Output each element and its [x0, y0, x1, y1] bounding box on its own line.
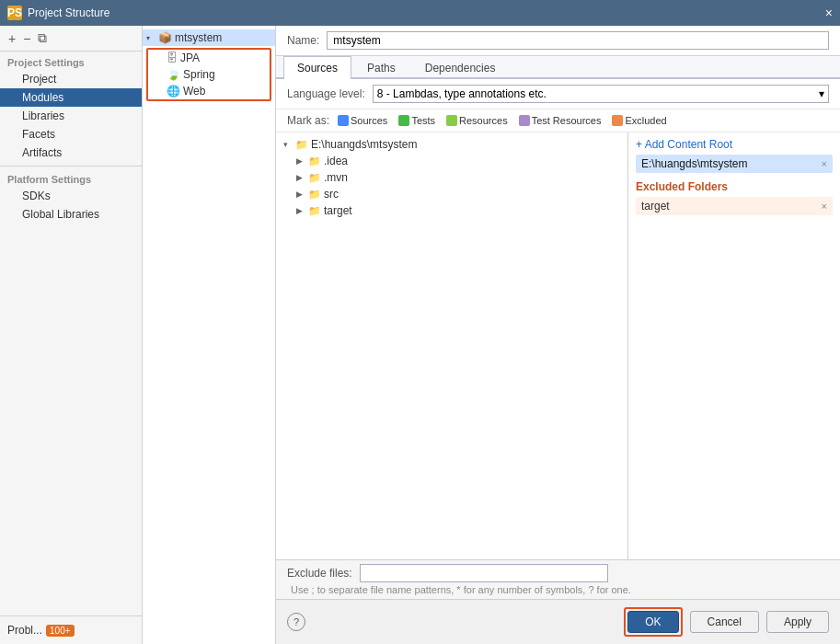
module-tree-root[interactable]: ▾ 📦 mtsystem	[143, 29, 275, 46]
tree-arrow-icon: ▾	[146, 34, 155, 42]
content-path-item: E:\huangds\mtsystem ×	[636, 155, 833, 173]
hint-text: Use ; to separate file name patterns, * …	[287, 584, 829, 595]
folder-icon: 📁	[295, 139, 308, 151]
copy-button[interactable]: ⧉	[35, 29, 50, 47]
add-content-root-btn[interactable]: + Add Content Root	[636, 138, 833, 151]
content-split: ▾ 📁 E:\huangds\mtsystem ▶ 📁 .idea ▶ 📁 .m…	[276, 132, 840, 559]
excluded-target-label: target	[641, 200, 670, 213]
add-button[interactable]: +	[6, 30, 18, 47]
src-label: src	[324, 188, 339, 201]
excluded-target-close[interactable]: ×	[822, 201, 827, 212]
jpa-icon: 🗄	[167, 52, 178, 64]
project-settings-label: Project Settings	[0, 52, 142, 70]
mark-tests-btn[interactable]: Tests	[396, 114, 438, 127]
excluded-folders-label: Excluded Folders	[636, 180, 833, 193]
title-bar-left: PS Project Structure	[7, 6, 109, 20]
file-tree-root[interactable]: ▾ 📁 E:\huangds\mtsystem	[276, 136, 627, 153]
mark-test-resources-btn[interactable]: Test Resources	[516, 114, 604, 127]
ok-button-border: OK	[624, 607, 682, 637]
src-folder-icon: 📁	[308, 189, 321, 201]
idea-folder-icon: 📁	[308, 155, 321, 167]
mark-resources-btn[interactable]: Resources	[443, 114, 511, 127]
module-root-label: mtsystem	[175, 31, 222, 44]
tabs-bar: Sources Paths Dependencies	[276, 56, 840, 79]
tab-paths[interactable]: Paths	[353, 56, 409, 79]
test-resources-label: Test Resources	[532, 115, 602, 126]
sidebar: + − ⧉ Project Settings Project Modules L…	[0, 26, 143, 644]
tests-color	[398, 115, 409, 126]
sidebar-item-artifacts[interactable]: Artifacts	[0, 144, 142, 162]
name-label: Name:	[287, 34, 319, 47]
file-tree: ▾ 📁 E:\huangds\mtsystem ▶ 📁 .idea ▶ 📁 .m…	[276, 132, 628, 559]
file-tree-item-target[interactable]: ▶ 📁 target	[276, 202, 627, 219]
spring-label: Spring	[183, 68, 215, 81]
idea-label: .idea	[324, 155, 348, 167]
sidebar-item-sdks[interactable]: SDKs	[0, 187, 142, 205]
sidebar-item-libraries[interactable]: Libraries	[0, 107, 142, 125]
web-icon: 🌐	[167, 85, 180, 98]
dialog-title: Project Structure	[28, 6, 109, 19]
ok-button[interactable]: OK	[627, 611, 678, 633]
right-panel: + Add Content Root E:\huangds\mtsystem ×…	[628, 132, 840, 559]
sidebar-item-facets[interactable]: Facets	[0, 125, 142, 144]
file-tree-item-src[interactable]: ▶ 📁 src	[276, 186, 627, 202]
name-row: Name:	[276, 26, 840, 56]
sources-color	[338, 115, 349, 126]
target-arrow-icon: ▶	[296, 206, 305, 215]
module-child-web[interactable]: 🌐 Web	[148, 83, 270, 99]
root-path-label: E:\huangds\mtsystem	[311, 138, 417, 151]
resources-color	[446, 115, 457, 126]
tests-label: Tests	[411, 115, 435, 126]
sidebar-item-project[interactable]: Project	[0, 70, 142, 88]
sources-label: Sources	[351, 115, 387, 126]
tab-sources[interactable]: Sources	[283, 56, 351, 79]
web-label: Web	[183, 85, 205, 98]
language-level-select[interactable]: 8 - Lambdas, type annotations etc. ▾	[373, 85, 829, 103]
mark-as-label: Mark as:	[287, 114, 329, 127]
mvn-label: .mvn	[324, 171, 348, 184]
exclude-files-row: Exclude files:	[287, 564, 829, 582]
file-tree-item-mvn[interactable]: ▶ 📁 .mvn	[276, 169, 627, 186]
problems-badge: 100+	[46, 625, 75, 637]
content-path-text: E:\huangds\mtsystem	[641, 157, 747, 170]
language-level-value: 8 - Lambdas, type annotations etc.	[377, 87, 547, 100]
sidebar-toolbar: + − ⧉	[0, 26, 142, 52]
main-panel: + − ⧉ Project Settings Project Modules L…	[0, 26, 840, 644]
language-level-label: Language level:	[287, 87, 365, 100]
sidebar-item-modules[interactable]: Modules	[0, 88, 142, 107]
content-panel: Name: Sources Paths Dependencies Languag…	[276, 26, 840, 644]
excluded-color	[612, 115, 623, 126]
idea-arrow-icon: ▶	[296, 156, 305, 166]
mark-as-row: Mark as: Sources Tests Resources Test Re…	[276, 109, 840, 132]
language-level-row: Language level: 8 - Lambdas, type annota…	[276, 79, 840, 109]
cancel-button[interactable]: Cancel	[690, 611, 759, 633]
target-label: target	[324, 204, 352, 217]
tab-dependencies[interactable]: Dependencies	[411, 56, 510, 79]
mark-excluded-btn[interactable]: Excluded	[609, 114, 669, 127]
target-folder-icon: 📁	[308, 205, 321, 217]
file-tree-item-idea[interactable]: ▶ 📁 .idea	[276, 153, 627, 169]
mark-sources-btn[interactable]: Sources	[335, 114, 390, 127]
problems-area: Probl... 100+	[0, 615, 142, 644]
problems-label: Probl...	[7, 624, 42, 637]
remove-button[interactable]: −	[20, 30, 33, 47]
exclude-files-input[interactable]	[360, 564, 608, 582]
app-icon: PS	[7, 6, 22, 20]
bottom-area: Exclude files: Use ; to separate file na…	[276, 559, 840, 599]
name-input[interactable]	[327, 31, 829, 50]
resources-label: Resources	[459, 115, 508, 126]
exclude-files-label: Exclude files:	[287, 567, 352, 580]
module-tree-panel: ▾ 📦 mtsystem 🗄 JPA 🍃 Spring 🌐 Web	[143, 26, 276, 644]
jpa-label: JPA	[180, 52, 200, 64]
platform-settings-label: Platform Settings	[0, 166, 142, 187]
sidebar-item-global-libraries[interactable]: Global Libraries	[0, 205, 142, 224]
content-path-close[interactable]: ×	[822, 158, 827, 169]
help-button[interactable]: ?	[287, 613, 305, 631]
module-tree-content: ▾ 📦 mtsystem 🗄 JPA 🍃 Spring 🌐 Web	[143, 26, 275, 644]
module-child-jpa[interactable]: 🗄 JPA	[148, 50, 270, 66]
apply-button[interactable]: Apply	[766, 611, 829, 633]
close-button[interactable]: ×	[825, 6, 833, 20]
root-arrow-icon: ▾	[283, 140, 293, 149]
module-child-spring[interactable]: 🍃 Spring	[148, 66, 270, 83]
src-arrow-icon: ▶	[296, 190, 305, 199]
